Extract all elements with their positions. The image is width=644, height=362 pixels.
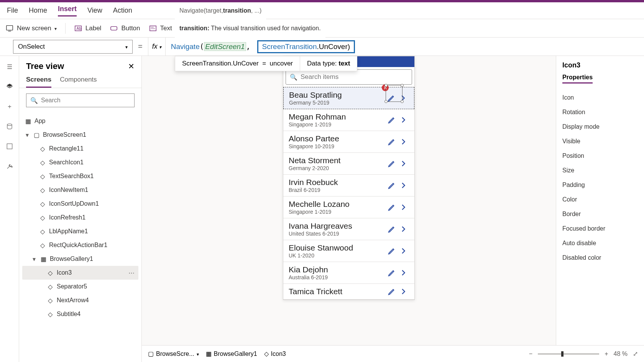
menu-insert[interactable]: Insert [58, 5, 77, 16]
plus-icon[interactable]: ＋ [5, 102, 14, 111]
chevron-right-icon[interactable] [398, 138, 409, 146]
item-name: Tamica Trickett [289, 287, 386, 296]
property-row[interactable]: Focused border [562, 221, 638, 236]
phone-search-input[interactable] [301, 73, 408, 81]
edit-icon[interactable] [386, 269, 398, 277]
search-icon: 🔍 [290, 74, 297, 81]
edit-icon[interactable] [386, 138, 398, 146]
zoom-in[interactable]: + [605, 351, 608, 357]
list-item[interactable]: Mechelle LozanoSingapore 1-2019 [283, 197, 414, 218]
chevron-right-icon[interactable] [398, 247, 409, 255]
button-button[interactable]: Button [110, 24, 140, 33]
media-icon[interactable] [5, 142, 14, 151]
edit-icon[interactable] [386, 203, 398, 211]
chevron-right-icon[interactable] [398, 181, 409, 190]
tree-node[interactable]: ◇IconNewItem1 [22, 183, 138, 197]
tree-view-panel: Tree view ✕ Screens Components 🔍 ▦App▾▢B… [19, 56, 142, 362]
menu-view[interactable]: View [87, 7, 102, 15]
chevron-down-icon [125, 43, 128, 51]
menu-home[interactable]: Home [29, 7, 47, 15]
list-item[interactable]: Megan RohmanSingapore 1-2019 [283, 109, 414, 131]
zoom-out[interactable]: − [529, 351, 532, 357]
tree-node[interactable]: ◇RectQuickActionBar1 [22, 238, 138, 252]
property-row[interactable]: Auto disable [562, 236, 638, 251]
menu-file[interactable]: File [7, 7, 18, 15]
breadcrumb-gallery[interactable]: ▦ BrowseGallery1 [206, 350, 257, 357]
property-row[interactable]: Size [562, 163, 638, 178]
item-name: Alonso Partee [289, 134, 386, 143]
list-item[interactable]: ✕Beau SpratlingGermany 5-2019 [283, 87, 414, 109]
tree-node[interactable]: ◇Icon3⋯ [22, 266, 138, 280]
equals-sign: = [138, 42, 143, 51]
item-name: Elouise Stanwood [289, 243, 386, 252]
layers-icon[interactable] [5, 82, 14, 91]
text-button[interactable]: Text [149, 24, 177, 33]
edit-icon[interactable] [386, 247, 398, 255]
breadcrumb-icon[interactable]: ◇ Icon3 [264, 350, 286, 357]
edit-icon[interactable] [386, 225, 398, 233]
label-button[interactable]: Ab Label [74, 24, 102, 33]
fx-button[interactable]: fx [148, 38, 166, 56]
tree-node-app[interactable]: ▦App [22, 114, 138, 128]
list-item[interactable]: Elouise StanwoodUK 1-2020 [283, 240, 414, 262]
tree-node[interactable]: ◇Rectangle11 [22, 142, 138, 156]
tree-node[interactable]: ◇SearchIcon1 [22, 156, 138, 169]
chevron-right-icon[interactable] [398, 225, 409, 233]
list-item[interactable]: Ivana HargreavesUnited States 6-2019 [283, 218, 414, 240]
new-screen-button[interactable]: New screen [5, 24, 57, 33]
phone-search[interactable]: 🔍 [286, 69, 412, 85]
item-subtitle: Germany 2-2020 [289, 165, 386, 171]
chevron-right-icon[interactable] [398, 159, 409, 168]
svg-text:Ab: Ab [76, 26, 81, 30]
list-item[interactable]: Kia DejohnAustralia 6-2019 [283, 262, 414, 284]
breadcrumb-screen[interactable]: ▢ BrowseScre... [148, 350, 199, 357]
chevron-right-icon[interactable] [398, 269, 409, 277]
property-row[interactable]: Rotation [562, 105, 638, 120]
property-row[interactable]: Padding [562, 178, 638, 192]
property-dropdown[interactable]: OnSelect [13, 40, 133, 54]
close-icon[interactable]: ✕ [128, 62, 135, 71]
list-item[interactable]: Neta StormentGermany 2-2020 [283, 153, 414, 175]
menu-action[interactable]: Action [113, 7, 132, 15]
property-row[interactable]: Border [562, 207, 638, 221]
edit-icon[interactable] [386, 116, 398, 124]
property-row[interactable]: Display mode [562, 120, 638, 134]
tree-search-input[interactable] [41, 97, 130, 104]
list-item[interactable]: Tamica Trickett [283, 284, 414, 300]
tab-components[interactable]: Components [60, 76, 97, 88]
tree-node-screen[interactable]: ▾▢BrowseScreen1 [22, 128, 138, 142]
tree-node[interactable]: ◇TextSearchBox1 [22, 169, 138, 183]
property-row[interactable]: Icon [562, 90, 638, 105]
property-row[interactable]: Color [562, 192, 638, 207]
selection-handles[interactable] [386, 85, 402, 102]
tree-node-gallery[interactable]: ▾▦BrowseGallery1 [22, 252, 138, 266]
tab-screens[interactable]: Screens [26, 76, 51, 88]
chevron-right-icon[interactable] [398, 203, 409, 211]
fullscreen-icon[interactable]: ⤢ [633, 350, 638, 357]
tree-node[interactable]: ◇IconRefresh1 [22, 211, 138, 224]
edit-icon[interactable] [386, 159, 398, 168]
property-row[interactable]: Visible [562, 134, 638, 149]
hamburger-icon[interactable]: ☰ [5, 62, 14, 71]
tree-search[interactable]: 🔍 [26, 93, 135, 107]
property-row[interactable]: Position [562, 149, 638, 163]
edit-icon[interactable] [386, 287, 398, 296]
tree-node[interactable]: ◇NextArrow4 [22, 293, 138, 307]
formula-bar[interactable]: Navigate(EditScreen1, ScreenTransition.U… [166, 40, 644, 53]
chevron-right-icon[interactable] [398, 287, 409, 296]
tree-node[interactable]: ◇Subtitle4 [22, 307, 138, 321]
property-row[interactable]: Disabled color [562, 251, 638, 265]
list-item[interactable]: Irvin RoebuckBrazil 6-2019 [283, 175, 414, 197]
edit-icon[interactable] [386, 181, 398, 190]
tree-node[interactable]: ◇IconSortUpDown1 [22, 197, 138, 211]
tree-node[interactable]: ◇Separator5 [22, 280, 138, 293]
button-icon [110, 24, 118, 33]
chevron-right-icon[interactable] [398, 116, 409, 124]
list-item[interactable]: Alonso ParteeSingapore 10-2019 [283, 131, 414, 153]
data-icon[interactable] [5, 122, 14, 131]
signature-hint: Navigate(target, transition, ...) [175, 2, 266, 19]
properties-tab[interactable]: Properties [562, 74, 593, 84]
tree-node[interactable]: ◇LblAppName1 [22, 224, 138, 238]
zoom-slider[interactable] [538, 353, 599, 355]
tools-icon[interactable] [5, 162, 14, 171]
